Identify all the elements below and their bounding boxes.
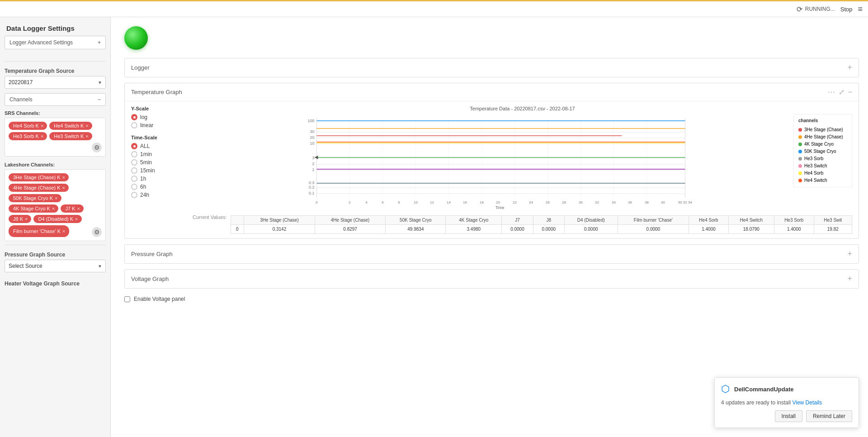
lakeshore-tag-0: 3He Stage (Chase) K × bbox=[9, 173, 69, 181]
pressure-source-wrapper: Select Source ▼ bbox=[5, 260, 106, 272]
pressure-source-select[interactable]: Select Source bbox=[5, 260, 106, 272]
remove-lk-7[interactable]: × bbox=[62, 228, 65, 234]
remove-lk-5[interactable]: × bbox=[25, 216, 28, 222]
srs-settings-btn[interactable]: ⚙ bbox=[92, 142, 102, 152]
logger-panel: Logger + bbox=[124, 58, 859, 77]
timescale-6h-option[interactable]: 6h bbox=[131, 184, 185, 190]
timescale-6h-radio[interactable] bbox=[131, 184, 137, 190]
notif-view-details-link[interactable]: View Details bbox=[792, 399, 822, 406]
remove-srs-1[interactable]: × bbox=[85, 123, 88, 128]
remove-lk-2[interactable]: × bbox=[55, 195, 57, 201]
graph-more-icon[interactable]: ⋯ bbox=[828, 88, 835, 96]
srs-label: SRS Channels: bbox=[0, 109, 110, 118]
timescale-15min-option[interactable]: 15min bbox=[131, 167, 185, 174]
svg-text:14: 14 bbox=[447, 200, 451, 204]
advanced-settings-button[interactable]: Logger Advanced Settings + bbox=[5, 36, 106, 49]
timescale-1h-option[interactable]: 1h bbox=[131, 176, 185, 182]
yscale-log-radio[interactable] bbox=[131, 114, 137, 120]
current-values-row: Current Values: 3He Stage (Chase) 4He St… bbox=[193, 212, 852, 234]
svg-text:2: 2 bbox=[312, 162, 314, 166]
timescale-1h-radio[interactable] bbox=[131, 176, 137, 182]
pressure-panel-title: Pressure Graph bbox=[131, 251, 173, 257]
running-icon: ⟳ bbox=[797, 5, 802, 14]
temperature-chart-svg: 100 30 20 10 3 2 1 0.3 0.2 0.1 bbox=[193, 114, 852, 209]
yscale-linear-radio[interactable] bbox=[131, 122, 137, 128]
logger-panel-header[interactable]: Logger + bbox=[125, 58, 859, 77]
chart-title: Temperature Data - 20220817.csv - 2022-0… bbox=[193, 106, 852, 111]
legend-item-4: He3 Sorb bbox=[798, 155, 847, 162]
timescale-24h-radio[interactable] bbox=[131, 192, 137, 198]
install-button[interactable]: Install bbox=[775, 410, 802, 422]
lakeshore-tag-4: J7 K × bbox=[61, 204, 83, 213]
remove-lk-0[interactable]: × bbox=[62, 175, 65, 180]
timescale-5min-option[interactable]: 5min bbox=[131, 159, 185, 166]
timescale-ALL-option[interactable]: ALL bbox=[131, 143, 185, 149]
temp-graph-controls: ⋯ ⤢ − bbox=[828, 88, 852, 96]
remove-srs-2[interactable]: × bbox=[41, 133, 43, 139]
main-content: Logger + Temperature Graph ⋯ ⤢ − Y-Scale… bbox=[111, 17, 868, 437]
timescale-5min-radio[interactable] bbox=[131, 159, 137, 166]
svg-text:1: 1 bbox=[312, 167, 314, 172]
notif-icon: ⬡ bbox=[721, 383, 730, 395]
val-0: 0 bbox=[231, 225, 244, 234]
svg-text:24: 24 bbox=[529, 200, 533, 204]
graph-expand-icon[interactable]: ⤢ bbox=[839, 88, 844, 96]
timescale-1min-radio[interactable] bbox=[131, 151, 137, 157]
enable-voltage-label[interactable]: Enable Voltage panel bbox=[134, 296, 185, 302]
temp-source-wrapper: 20220817 ▼ bbox=[5, 76, 106, 89]
timescale-ALL-radio[interactable] bbox=[131, 143, 137, 149]
svg-text:28: 28 bbox=[562, 200, 566, 204]
yscale-label: Y-Scale bbox=[131, 106, 185, 111]
current-values-label: Current Values: bbox=[193, 212, 231, 220]
lakeshore-settings-btn[interactable]: ⚙ bbox=[92, 227, 102, 237]
advanced-icon: + bbox=[98, 39, 101, 46]
yscale-linear-option[interactable]: linear bbox=[131, 122, 185, 128]
channels-header[interactable]: Channels − bbox=[5, 93, 106, 106]
svg-text:22: 22 bbox=[513, 200, 517, 204]
voltage-panel-header[interactable]: Voltage Graph + bbox=[125, 270, 859, 288]
lakeshore-tag-1: 4He Stage (Chase) K × bbox=[9, 184, 69, 192]
remove-lk-6[interactable]: × bbox=[75, 216, 78, 222]
legend-item-5: He3 Switch bbox=[798, 162, 847, 170]
legend-dot-2 bbox=[798, 142, 802, 146]
advanced-label: Logger Advanced Settings bbox=[9, 39, 73, 46]
timescale-1min-option[interactable]: 1min bbox=[131, 151, 185, 157]
timescale-15min-radio[interactable] bbox=[131, 167, 137, 174]
remove-lk-3[interactable]: × bbox=[52, 206, 55, 211]
remove-srs-3[interactable]: × bbox=[85, 133, 88, 139]
svg-text:4: 4 bbox=[365, 200, 368, 204]
remove-lk-1[interactable]: × bbox=[62, 185, 65, 190]
val-6: 0.0000 bbox=[533, 225, 564, 234]
channels-icon: − bbox=[98, 96, 101, 103]
col-header-2: 4He Stage (Chase) bbox=[315, 216, 386, 225]
remove-srs-0[interactable]: × bbox=[41, 123, 43, 128]
voltage-panel-title: Voltage Graph bbox=[131, 276, 169, 282]
enable-voltage-checkbox[interactable] bbox=[124, 296, 130, 302]
timescale-24h-option[interactable]: 24h bbox=[131, 192, 185, 198]
pressure-panel-header[interactable]: Pressure Graph + bbox=[125, 245, 859, 263]
legend-dot-7 bbox=[798, 179, 802, 182]
channels-label: Channels bbox=[9, 96, 33, 103]
yscale-log-option[interactable]: log bbox=[131, 114, 185, 120]
legend-dot-0 bbox=[798, 128, 802, 132]
menu-icon[interactable]: ≡ bbox=[858, 5, 863, 14]
svg-text:0.3: 0.3 bbox=[309, 180, 315, 185]
topbar: ⟳ RUNNING... Stop ≡ bbox=[0, 0, 868, 17]
lakeshore-channels-box: 3He Stage (Chase) K × 4He Stage (Chase) … bbox=[5, 169, 106, 241]
svg-text:34: 34 bbox=[612, 200, 616, 204]
remind-later-button[interactable]: Remind Later bbox=[806, 410, 852, 422]
val-10: 18.0790 bbox=[728, 225, 774, 234]
yscale-group: Y-Scale log linear bbox=[131, 106, 185, 128]
timescale-group: Time-Scale ALL 1min 5min bbox=[131, 135, 185, 198]
temp-source-select[interactable]: 20220817 bbox=[5, 76, 106, 89]
lakeshore-tag-3: 4K Stage Cryo K × bbox=[9, 204, 58, 213]
current-values-table: 3He Stage (Chase) 4He Stage (Chase) 50K … bbox=[231, 215, 852, 234]
remove-lk-4[interactable]: × bbox=[77, 206, 80, 211]
running-label: RUNNING... bbox=[805, 6, 835, 12]
val-11: 1.4000 bbox=[774, 225, 814, 234]
stop-button[interactable]: Stop bbox=[840, 6, 853, 13]
sidebar-title: Data Logger Settings bbox=[0, 17, 110, 36]
notification-popup: ⬡ DellCommandUpdate 4 updates are ready … bbox=[714, 377, 859, 428]
graph-collapse-icon[interactable]: − bbox=[848, 88, 852, 96]
col-header-11: He3 Sorb bbox=[774, 216, 814, 225]
